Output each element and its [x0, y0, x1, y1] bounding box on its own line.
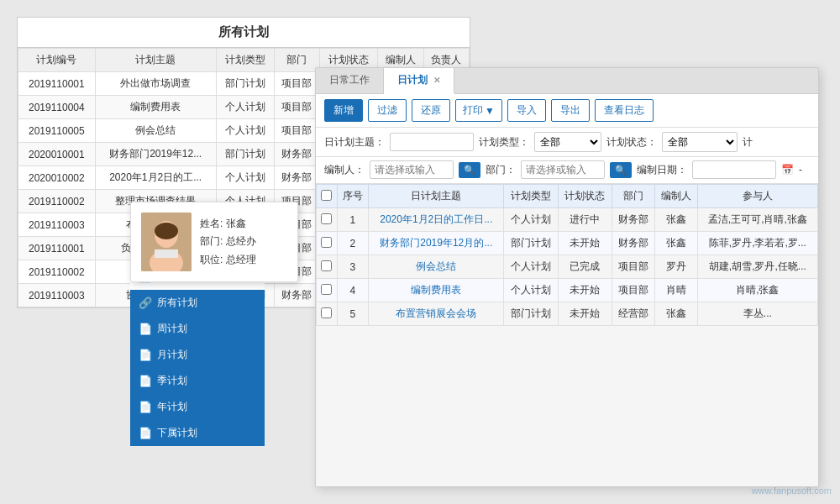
theme-link[interactable]: 例会总结	[416, 260, 456, 272]
table-row[interactable]: 12020年1月2日的工作日...个人计划进行中财务部张鑫孟洁,王可可,肖晴,张…	[317, 208, 818, 232]
tab-daily-work[interactable]: 日常工作	[316, 68, 384, 93]
table-cell: 2020年1月2日的工...	[95, 166, 216, 190]
dept-search-button[interactable]: 🔍	[610, 162, 632, 178]
table-cell: 2019110005	[18, 119, 96, 143]
tab-daily-plan[interactable]: 日计划 ✕	[384, 68, 454, 94]
row-checkbox-cell[interactable]	[317, 232, 338, 255]
name-label: 姓名:	[200, 218, 223, 229]
filter-button[interactable]: 过滤	[368, 99, 407, 122]
filter-row-1: 日计划主题： 计划类型： 全部 计划状态： 全部 计	[316, 128, 818, 157]
svg-point-2	[155, 223, 178, 239]
row-editor: 罗丹	[654, 255, 697, 279]
add-button[interactable]: 新增	[324, 99, 363, 122]
row-dept: 项目部	[612, 279, 655, 302]
row-theme[interactable]: 财务部门2019年12月的...	[369, 232, 504, 255]
row-checkbox-cell[interactable]	[317, 255, 338, 279]
theme-link[interactable]: 布置营销展会会场	[396, 307, 476, 319]
main-table-header: 计划类型	[504, 185, 558, 208]
main-table-header: 序号	[337, 185, 368, 208]
table-row[interactable]: 3例会总结个人计划已完成项目部罗丹胡建,胡雪,罗丹,任晓...	[317, 255, 818, 279]
theme-filter-input[interactable]	[390, 133, 474, 151]
tab-close-icon[interactable]: ✕	[433, 76, 440, 85]
type-filter-select[interactable]: 全部	[534, 132, 601, 152]
table-cell: 2019110001	[18, 72, 96, 96]
user-info: 姓名: 张鑫 部门: 总经办 职位: 总经理	[200, 215, 256, 270]
user-dept-row: 部门: 总经办	[200, 233, 256, 251]
sidebar-item-next[interactable]: 📄下属计划	[130, 420, 265, 446]
avatar	[141, 213, 192, 271]
main-table-header: 参与人	[697, 185, 817, 208]
dept-filter-input[interactable]	[521, 160, 605, 179]
row-checkbox-cell[interactable]	[317, 279, 338, 302]
user-dept: 总经办	[226, 235, 256, 247]
role-label: 职位:	[200, 254, 223, 265]
row-editor: 肖晴	[654, 279, 697, 302]
filter-row-2: 编制人： 🔍 部门： 🔍 编制日期： 📅 -	[316, 157, 818, 184]
sidebar-item-monthly[interactable]: 📄月计划	[130, 342, 265, 368]
sidebar-item-yearly[interactable]: 📄年计划	[130, 394, 265, 420]
table-cell: 外出做市场调查	[95, 72, 216, 96]
row-checkbox[interactable]	[321, 260, 332, 271]
row-theme[interactable]: 编制费用表	[369, 279, 504, 302]
main-table-header: 编制人	[654, 185, 697, 208]
row-dept: 财务部	[612, 232, 655, 255]
watermark: www.fanpusoft.com	[752, 486, 832, 496]
user-name-row: 姓名: 张鑫	[200, 215, 256, 234]
row-checkbox[interactable]	[321, 237, 332, 248]
editor-search-button[interactable]: 🔍	[459, 162, 480, 178]
calendar-icon[interactable]: 📅	[781, 164, 794, 176]
date-separator: -	[799, 164, 802, 176]
table-cell: 个人计划	[216, 166, 274, 190]
editor-filter-input[interactable]	[370, 160, 454, 179]
main-table-header: 部门	[612, 185, 655, 208]
restore-button[interactable]: 还原	[412, 99, 450, 122]
print-button[interactable]: 打印 ▼	[455, 99, 502, 122]
table-cell: 2019110001	[18, 237, 96, 260]
row-editor: 张鑫	[654, 232, 697, 255]
row-checkbox[interactable]	[321, 213, 332, 224]
sidebar-item-all[interactable]: 🔗所有计划	[130, 290, 265, 316]
sidebar-item-weekly[interactable]: 📄周计划	[130, 316, 265, 342]
data-table-wrap[interactable]: 序号日计划主题计划类型计划状态部门编制人参与人 12020年1月2日的工作日..…	[316, 184, 818, 486]
row-no: 3	[337, 255, 368, 279]
row-dept: 项目部	[612, 255, 655, 279]
log-button[interactable]: 查看日志	[595, 99, 654, 122]
table-cell: 财务部	[274, 284, 319, 307]
row-checkbox-cell[interactable]	[317, 208, 338, 232]
table-cell: 财务部	[274, 143, 319, 166]
import-button[interactable]: 导入	[507, 99, 546, 122]
row-participants: 陈菲,罗丹,李若若,罗...	[697, 232, 817, 255]
row-theme[interactable]: 2020年1月2日的工作日...	[369, 208, 504, 232]
table-row[interactable]: 2财务部门2019年12月的...部门计划未开始财务部张鑫陈菲,罗丹,李若若,罗…	[317, 232, 818, 255]
row-no: 5	[337, 302, 368, 326]
row-theme[interactable]: 布置营销展会会场	[369, 302, 504, 326]
row-type: 个人计划	[504, 208, 558, 232]
row-editor: 张鑫	[654, 208, 697, 232]
theme-link[interactable]: 编制费用表	[411, 284, 461, 296]
table-row[interactable]: 5布置营销展会会场部门计划未开始经营部张鑫李丛...	[317, 302, 818, 326]
date-filter-input[interactable]	[692, 160, 776, 179]
bg-table-header: 计划主题	[95, 49, 216, 72]
select-all-checkbox[interactable]	[321, 190, 332, 201]
table-row[interactable]: 4编制费用表个人计划未开始项目部肖晴肖晴,张鑫	[317, 279, 818, 302]
status-filter-select[interactable]: 全部	[662, 132, 738, 152]
theme-link[interactable]: 2020年1月2日的工作日...	[380, 213, 492, 225]
row-type: 个人计划	[504, 279, 558, 302]
export-button[interactable]: 导出	[551, 99, 590, 122]
sidebar-item-icon: 📄	[139, 427, 152, 439]
user-role-row: 职位: 总经理	[200, 251, 256, 270]
row-status: 未开始	[558, 302, 612, 326]
row-theme[interactable]: 例会总结	[369, 255, 504, 279]
row-dept: 财务部	[612, 208, 655, 232]
sidebar-item-quarterly[interactable]: 📄季计划	[130, 368, 265, 394]
table-cell: 部门计划	[216, 143, 274, 166]
row-status: 未开始	[558, 232, 612, 255]
row-checkbox[interactable]	[321, 284, 332, 295]
row-checkbox-cell[interactable]	[317, 302, 338, 326]
table-cell: 2020010001	[18, 143, 96, 166]
dept-label: 部门:	[200, 235, 223, 247]
main-table-header	[317, 185, 338, 208]
user-role: 总经理	[226, 254, 256, 265]
row-checkbox[interactable]	[321, 307, 332, 318]
theme-link[interactable]: 财务部门2019年12月的...	[380, 237, 492, 249]
